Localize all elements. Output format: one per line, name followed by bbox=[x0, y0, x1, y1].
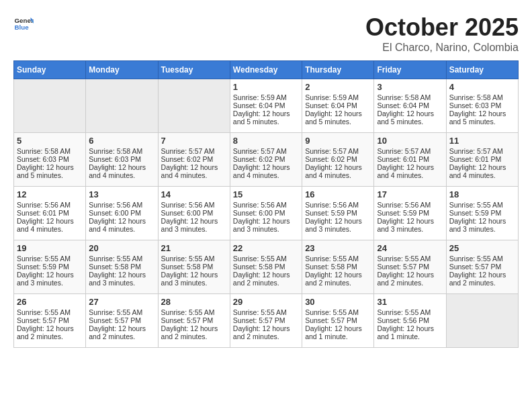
sunset-text: Sunset: 5:57 PM bbox=[449, 263, 515, 271]
daylight-text: Daylight: 12 hours and 5 minutes. bbox=[233, 109, 299, 126]
daylight-text: Daylight: 12 hours and 3 minutes. bbox=[89, 271, 154, 287]
day-number: 16 bbox=[305, 189, 371, 199]
day-number: 5 bbox=[17, 136, 83, 146]
day-number: 31 bbox=[377, 297, 443, 307]
daylight-text: Daylight: 12 hours and 3 minutes. bbox=[161, 217, 227, 233]
day-number: 27 bbox=[89, 297, 154, 307]
daylight-text: Daylight: 12 hours and 5 minutes. bbox=[17, 163, 83, 179]
sunset-text: Sunset: 6:01 PM bbox=[17, 209, 83, 217]
calendar-day-cell: 24Sunrise: 5:55 AMSunset: 5:57 PMDayligh… bbox=[374, 240, 446, 294]
calendar-day-cell: 4Sunrise: 5:58 AMSunset: 6:03 PMDaylight… bbox=[446, 79, 518, 133]
sunrise-text: Sunrise: 5:56 AM bbox=[305, 201, 371, 209]
day-number: 19 bbox=[17, 243, 83, 253]
day-number: 10 bbox=[377, 136, 443, 146]
weekday-header: Tuesday bbox=[158, 61, 230, 79]
daylight-text: Daylight: 12 hours and 2 minutes. bbox=[233, 324, 299, 340]
sunrise-text: Sunrise: 5:58 AM bbox=[449, 93, 515, 101]
calendar-header-row: SundayMondayTuesdayWednesdayThursdayFrid… bbox=[14, 61, 519, 79]
sunset-text: Sunset: 5:57 PM bbox=[233, 316, 299, 324]
sunset-text: Sunset: 6:00 PM bbox=[89, 209, 154, 217]
daylight-text: Daylight: 12 hours and 4 minutes. bbox=[233, 163, 299, 179]
daylight-text: Daylight: 12 hours and 2 minutes. bbox=[449, 271, 515, 287]
sunset-text: Sunset: 6:04 PM bbox=[305, 101, 371, 109]
sunset-text: Sunset: 5:59 PM bbox=[449, 209, 515, 217]
calendar-day-cell: 25Sunrise: 5:55 AMSunset: 5:57 PMDayligh… bbox=[446, 240, 518, 294]
calendar-day-cell: 26Sunrise: 5:55 AMSunset: 5:57 PMDayligh… bbox=[14, 294, 86, 348]
day-number: 29 bbox=[233, 297, 299, 307]
sunset-text: Sunset: 5:59 PM bbox=[17, 263, 83, 271]
calendar-day-cell: 16Sunrise: 5:56 AMSunset: 5:59 PMDayligh… bbox=[302, 187, 374, 240]
day-number: 30 bbox=[305, 297, 371, 307]
sunrise-text: Sunrise: 5:55 AM bbox=[89, 308, 154, 316]
calendar-day-cell: 23Sunrise: 5:55 AMSunset: 5:58 PMDayligh… bbox=[302, 240, 374, 294]
day-number: 4 bbox=[449, 82, 515, 92]
title-block: October 2025 El Charco, Narino, Colombia bbox=[365, 13, 519, 54]
sunset-text: Sunset: 5:57 PM bbox=[377, 263, 443, 271]
sunset-text: Sunset: 6:02 PM bbox=[233, 155, 299, 163]
day-number: 20 bbox=[89, 243, 154, 253]
weekday-header: Friday bbox=[374, 61, 446, 79]
sunset-text: Sunset: 5:58 PM bbox=[89, 263, 154, 271]
daylight-text: Daylight: 12 hours and 4 minutes. bbox=[377, 163, 443, 179]
sunset-text: Sunset: 6:00 PM bbox=[161, 209, 227, 217]
sunset-text: Sunset: 6:00 PM bbox=[233, 209, 299, 217]
calendar-day-cell bbox=[158, 79, 230, 133]
sunset-text: Sunset: 6:03 PM bbox=[449, 101, 515, 109]
day-number: 12 bbox=[17, 189, 83, 199]
sunset-text: Sunset: 5:56 PM bbox=[377, 316, 443, 324]
page-header: General Blue October 2025 El Charco, Nar… bbox=[13, 13, 519, 54]
calendar-day-cell: 27Sunrise: 5:55 AMSunset: 5:57 PMDayligh… bbox=[86, 294, 158, 348]
calendar-day-cell: 21Sunrise: 5:55 AMSunset: 5:58 PMDayligh… bbox=[158, 240, 230, 294]
calendar-table: SundayMondayTuesdayWednesdayThursdayFrid… bbox=[13, 60, 519, 348]
calendar-day-cell: 19Sunrise: 5:55 AMSunset: 5:59 PMDayligh… bbox=[14, 240, 86, 294]
sunrise-text: Sunrise: 5:59 AM bbox=[233, 93, 299, 101]
calendar-week-row: 1Sunrise: 5:59 AMSunset: 6:04 PMDaylight… bbox=[14, 79, 519, 133]
calendar-day-cell: 20Sunrise: 5:55 AMSunset: 5:58 PMDayligh… bbox=[86, 240, 158, 294]
sunset-text: Sunset: 5:59 PM bbox=[305, 209, 371, 217]
sunset-text: Sunset: 6:03 PM bbox=[89, 155, 154, 163]
calendar-day-cell: 13Sunrise: 5:56 AMSunset: 6:00 PMDayligh… bbox=[86, 187, 158, 240]
calendar-day-cell: 5Sunrise: 5:58 AMSunset: 6:03 PMDaylight… bbox=[14, 133, 86, 187]
daylight-text: Daylight: 12 hours and 1 minute. bbox=[305, 324, 371, 340]
calendar-day-cell: 6Sunrise: 5:58 AMSunset: 6:03 PMDaylight… bbox=[86, 133, 158, 187]
sunset-text: Sunset: 6:02 PM bbox=[305, 155, 371, 163]
calendar-day-cell: 8Sunrise: 5:57 AMSunset: 6:02 PMDaylight… bbox=[230, 133, 302, 187]
sunset-text: Sunset: 5:58 PM bbox=[305, 263, 371, 271]
daylight-text: Daylight: 12 hours and 2 minutes. bbox=[377, 271, 443, 287]
calendar-day-cell: 18Sunrise: 5:55 AMSunset: 5:59 PMDayligh… bbox=[446, 187, 518, 240]
sunrise-text: Sunrise: 5:55 AM bbox=[17, 255, 83, 263]
sunrise-text: Sunrise: 5:57 AM bbox=[377, 147, 443, 155]
sunrise-text: Sunrise: 5:55 AM bbox=[305, 255, 371, 263]
sunrise-text: Sunrise: 5:57 AM bbox=[233, 147, 299, 155]
day-number: 21 bbox=[161, 243, 227, 253]
calendar-week-row: 5Sunrise: 5:58 AMSunset: 6:03 PMDaylight… bbox=[14, 133, 519, 187]
daylight-text: Daylight: 12 hours and 2 minutes. bbox=[17, 324, 83, 340]
sunset-text: Sunset: 6:04 PM bbox=[377, 101, 443, 109]
sunrise-text: Sunrise: 5:55 AM bbox=[161, 255, 227, 263]
calendar-day-cell: 14Sunrise: 5:56 AMSunset: 6:00 PMDayligh… bbox=[158, 187, 230, 240]
day-number: 25 bbox=[449, 243, 515, 253]
daylight-text: Daylight: 12 hours and 3 minutes. bbox=[377, 217, 443, 233]
calendar-day-cell: 12Sunrise: 5:56 AMSunset: 6:01 PMDayligh… bbox=[14, 187, 86, 240]
daylight-text: Daylight: 12 hours and 5 minutes. bbox=[305, 109, 371, 126]
page-title: October 2025 bbox=[365, 13, 519, 42]
day-number: 3 bbox=[377, 82, 443, 92]
weekday-header: Thursday bbox=[302, 61, 374, 79]
sunrise-text: Sunrise: 5:57 AM bbox=[305, 147, 371, 155]
daylight-text: Daylight: 12 hours and 2 minutes. bbox=[233, 271, 299, 287]
sunrise-text: Sunrise: 5:58 AM bbox=[89, 147, 154, 155]
daylight-text: Daylight: 12 hours and 3 minutes. bbox=[449, 217, 515, 233]
day-number: 7 bbox=[161, 136, 227, 146]
sunset-text: Sunset: 6:03 PM bbox=[17, 155, 83, 163]
calendar-day-cell: 29Sunrise: 5:55 AMSunset: 5:57 PMDayligh… bbox=[230, 294, 302, 348]
day-number: 11 bbox=[449, 136, 515, 146]
daylight-text: Daylight: 12 hours and 1 minute. bbox=[377, 324, 443, 340]
svg-text:Blue: Blue bbox=[15, 24, 30, 31]
sunrise-text: Sunrise: 5:55 AM bbox=[377, 255, 443, 263]
sunrise-text: Sunrise: 5:55 AM bbox=[161, 308, 227, 316]
calendar-day-cell: 22Sunrise: 5:55 AMSunset: 5:58 PMDayligh… bbox=[230, 240, 302, 294]
day-number: 28 bbox=[161, 297, 227, 307]
calendar-day-cell bbox=[86, 79, 158, 133]
calendar-day-cell: 17Sunrise: 5:56 AMSunset: 5:59 PMDayligh… bbox=[374, 187, 446, 240]
sunrise-text: Sunrise: 5:56 AM bbox=[233, 201, 299, 209]
